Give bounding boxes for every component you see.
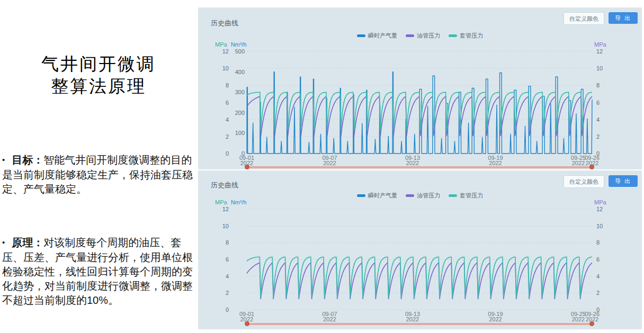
axis-tick-label: 12: [222, 206, 229, 212]
axis-tick-label: 10: [222, 65, 229, 71]
slider-handle-right[interactable]: [589, 321, 594, 326]
slide-title: 气井间开微调 整算法原理: [0, 53, 197, 97]
bullet-icon: •: [2, 152, 5, 167]
axis-tick-label: 6: [226, 100, 229, 106]
axis-tick-label: 6: [596, 256, 600, 263]
slider-handle-right[interactable]: [589, 165, 594, 169]
slider-handle-left[interactable]: [245, 165, 249, 169]
axis-tick-label: 8: [226, 82, 229, 88]
axis-tick-label: 10: [596, 223, 603, 229]
date-range-slider: [247, 321, 592, 326]
axis-tick-label: 400: [235, 69, 245, 75]
axis-tick-label: 8: [226, 239, 229, 246]
bullet-goal-label: 目标：: [12, 154, 43, 166]
history-chart-top[interactable]: 002244668810101212010020030040050009-012…: [198, 7, 642, 169]
bullet-goal: •目标：智能气井间开制度微调整的目的是当前制度能够稳定生产，保持油套压稳定、产气…: [2, 153, 193, 196]
axis-tick-label: 4: [596, 273, 600, 280]
bullet-icon: •: [2, 235, 5, 249]
axis-tick-label: 8: [596, 82, 600, 88]
axis-tick-label: 12: [596, 48, 603, 55]
axis-tick-label: 10: [222, 223, 229, 229]
axis-tick-label: 2: [226, 290, 229, 296]
slider-track[interactable]: [247, 166, 592, 168]
axis-tick-label: 12: [596, 206, 603, 212]
page: 气井间开微调 整算法原理 •目标：智能气井间开制度微调整的目的是当前制度能够稳定…: [0, 0, 644, 333]
axis-tick-label: 6: [596, 100, 600, 106]
axis-tick-label: 2: [596, 133, 600, 140]
bullet-principle: •原理：对该制度每个周期的油压、套压、压差、产气量进行分析，使用单位根检验稳定性…: [2, 236, 193, 308]
axis-tick-label: 2: [226, 133, 229, 140]
date-range-slider: [247, 165, 592, 169]
axis-tick-label: 4: [596, 116, 600, 123]
slider-track[interactable]: [247, 323, 592, 325]
slide-text-column: 气井间开微调 整算法原理 •目标：智能气井间开制度微调整的目的是当前制度能够稳定…: [0, 0, 197, 333]
axis-tick-label: 4: [226, 116, 229, 123]
slider-handle-left[interactable]: [245, 321, 249, 326]
axis-tick-label: 500: [235, 48, 245, 55]
axis-tick-label: 0: [226, 307, 229, 313]
axis-tick-label: 6: [226, 256, 229, 263]
axis-tick-label: 10: [596, 65, 603, 71]
history-panel-bottom: 历史曲线 自定义颜色 导 出 瞬时产气量 油管压力 套管压力 MPaNm³/h …: [198, 170, 642, 329]
bullet-principle-label: 原理：: [12, 237, 43, 248]
axis-tick-label: 4: [226, 273, 229, 280]
axis-tick-label: 100: [235, 130, 245, 136]
axis-tick-label: 2: [596, 290, 600, 296]
history-chart-bottom[interactable]: 00224466881010121209-01202209-07202209-1…: [198, 170, 642, 329]
axis-tick-label: 0: [226, 150, 229, 157]
history-panel-top: 历史曲线 自定义颜色 导 出 瞬时产气量 油管压力 套管压力 MPaNm³/h …: [198, 7, 642, 169]
axis-tick-label: 200: [235, 110, 245, 116]
axis-tick-label: 300: [235, 89, 245, 95]
axis-tick-label: 8: [596, 239, 600, 246]
slide-title-line2: 整算法原理: [0, 75, 197, 97]
slide-title-line1: 气井间开微调: [0, 53, 197, 75]
axis-tick-label: 12: [222, 48, 229, 55]
